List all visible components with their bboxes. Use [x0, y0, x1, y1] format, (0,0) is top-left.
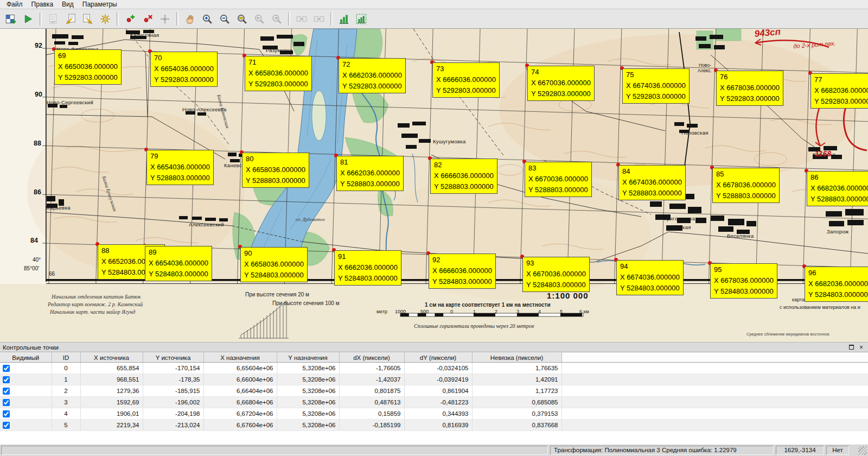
visibility-checkbox[interactable]: [3, 410, 10, 417]
gcp-table-row[interactable]: 31592,69-196,0026,66804e+065,3208e+060,4…: [0, 397, 868, 408]
zoom-to-layer-button[interactable]: [234, 11, 250, 27]
gcp-table-row[interactable]: 52219,34-213,0246,67604e+065,3208e+06-0,…: [0, 420, 868, 431]
column-header[interactable]: X назначения: [203, 353, 277, 363]
zoom-in-icon: [202, 14, 213, 24]
start-georeferencing-button[interactable]: [20, 11, 36, 27]
visible-cell: [0, 397, 52, 408]
gcp-table-row[interactable]: 0655,854-170,1546,65604e+065,3208e+06-1,…: [0, 363, 868, 374]
visibility-checkbox[interactable]: [3, 365, 10, 372]
cell-filler: [561, 420, 868, 431]
table-cell: 6,67204e+06: [203, 408, 277, 420]
pan-button[interactable]: [182, 11, 198, 27]
status-flag: Нет: [826, 446, 849, 455]
zoom-last-button: [251, 11, 267, 27]
table-cell: 0,837668: [472, 420, 561, 431]
panel-close-button[interactable]: ×: [857, 344, 865, 351]
table-cell: 1,42091: [472, 374, 561, 385]
table-cell: 1279,36: [80, 385, 143, 397]
zoom-out-button[interactable]: [216, 11, 233, 27]
histogram-stretch-full-icon: [339, 14, 349, 24]
add-point-button[interactable]: [122, 11, 138, 27]
panel-float-button[interactable]: [847, 344, 856, 351]
table-cell: 5,3208e+06: [277, 408, 339, 420]
delete-point-icon: [142, 14, 153, 24]
column-header[interactable]: Y источника: [143, 353, 203, 363]
table-cell: 4: [52, 408, 80, 420]
gcp-table-row[interactable]: 41906,01-204,1986,67204e+065,3208e+060,1…: [0, 408, 868, 420]
visibility-checkbox[interactable]: [3, 376, 10, 383]
load-gcp-points-button[interactable]: [62, 11, 79, 27]
save-gcp-points-button[interactable]: [80, 11, 96, 27]
table-cell: 0,379153: [472, 408, 561, 420]
table-cell: 1592,69: [80, 397, 143, 408]
visible-cell: [0, 374, 52, 385]
column-header-filler: [561, 353, 868, 363]
status-bar: Трансформация: Полиномиальная 3 Средняя …: [0, 444, 868, 456]
visible-cell: [0, 408, 52, 420]
table-cell: 968,551: [80, 374, 143, 385]
table-cell: -170,154: [143, 363, 203, 374]
menu-edit[interactable]: Правка: [27, 0, 58, 9]
menu-view[interactable]: Вид: [58, 0, 78, 9]
delete-point-button[interactable]: [139, 11, 156, 27]
column-header[interactable]: Невязка (пиксели): [472, 353, 561, 363]
column-header[interactable]: ID: [52, 353, 80, 363]
table-cell: 6,66804e+06: [203, 397, 277, 408]
visibility-checkbox[interactable]: [3, 388, 10, 395]
table-cell: 6,65604e+06: [203, 363, 277, 374]
table-cell: 5: [52, 420, 80, 431]
toolbar-separator: [176, 12, 178, 26]
float-icon: [849, 345, 854, 350]
visibility-checkbox[interactable]: [3, 399, 10, 406]
table-cell: 0,816939: [404, 420, 472, 431]
column-header[interactable]: X источника: [80, 353, 143, 363]
column-header[interactable]: Видимый: [0, 353, 52, 363]
close-icon: ×: [859, 344, 863, 351]
table-cell: 5,3208e+06: [277, 363, 339, 374]
table-cell: 6,67604e+06: [203, 420, 277, 431]
column-header[interactable]: dY (пиксели): [404, 353, 472, 363]
topographic-map-image: [0, 29, 868, 342]
histogram-stretch-full-button[interactable]: [336, 11, 352, 27]
table-cell: 0,801875: [339, 385, 404, 397]
zoom-in-button[interactable]: [199, 11, 215, 27]
cell-filler: [561, 408, 868, 420]
pan-icon: [184, 14, 195, 24]
gcp-panel: Контрольные точки × ВидимыйIDX источника…: [0, 342, 868, 445]
table-cell: -213,024: [143, 420, 203, 431]
load-gcp-points-icon: [65, 14, 76, 24]
table-cell: 0,487613: [339, 397, 404, 408]
table-cell: 5,3208e+06: [277, 374, 339, 385]
zoom-next-button: [269, 11, 285, 27]
resize-grip[interactable]: [858, 446, 867, 455]
column-header[interactable]: Y назначения: [277, 353, 339, 363]
table-cell: 655,854: [80, 363, 143, 374]
menu-settings[interactable]: Параметры: [78, 0, 122, 9]
map-viewport[interactable]: 929088868440°85°00'66КапустянаяНово-Федо…: [0, 29, 868, 342]
gcp-panel-titlebar: Контрольные точки ×: [0, 343, 868, 352]
start-georeferencing-icon: [23, 14, 34, 24]
move-point-icon: [159, 14, 170, 24]
visibility-checkbox[interactable]: [3, 422, 10, 429]
table-cell: 0,344393: [404, 408, 472, 420]
table-cell: 5,3208e+06: [277, 420, 339, 431]
cursor-coordinates: 1629,-3134: [776, 446, 824, 455]
histogram-stretch-local-button[interactable]: [353, 11, 369, 27]
table-cell: -178,35: [143, 374, 203, 385]
open-raster-icon: [5, 14, 16, 24]
table-cell: -1,42037: [339, 374, 404, 385]
gcp-table-row[interactable]: 21279,36-185,9156,66404e+065,3208e+060,8…: [0, 385, 868, 397]
table-cell: -0,481223: [404, 397, 472, 408]
open-raster-button[interactable]: [3, 11, 19, 27]
move-point-button: [157, 11, 173, 27]
toolbar-separator: [330, 12, 333, 26]
table-cell: -1,76605: [339, 363, 404, 374]
table-cell: 2219,34: [80, 420, 143, 431]
gcp-table-row[interactable]: 1968,551-178,356,66004e+065,3208e+06-1,4…: [0, 374, 868, 385]
toolbar-separator: [117, 12, 119, 26]
column-header[interactable]: dX (пиксели): [339, 353, 404, 363]
menu-file[interactable]: Файл: [2, 0, 27, 9]
transformation-settings-button[interactable]: [97, 11, 113, 27]
table-cell: 0: [52, 363, 80, 374]
link-georeferencer-to-qgis-icon: [296, 14, 307, 24]
